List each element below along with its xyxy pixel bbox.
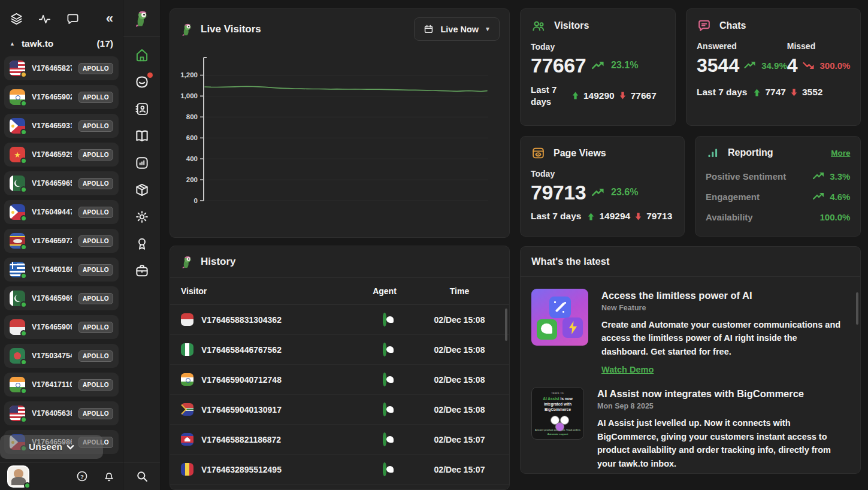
visitor-id: V176405638... [32, 409, 72, 418]
svg-text:200: 200 [186, 176, 198, 183]
svg-text:600: 600 [186, 134, 198, 141]
nav-rail [123, 0, 161, 490]
reporting-rows: Positive Sentiment 3.3% Engagement 4.6% … [706, 166, 850, 227]
visitor-list-item[interactable]: V176460160... APOLLO [4, 258, 119, 282]
visitor-id: V176465902... [32, 93, 72, 101]
col-visitor: Visitor [181, 286, 349, 296]
dashboard-main: Live Visitors Live Now ▼ 02004006008001,… [161, 0, 868, 490]
search-button[interactable] [134, 468, 150, 484]
gear-icon [134, 209, 150, 225]
arrow-down-icon [790, 88, 799, 97]
nav-business[interactable] [134, 263, 150, 279]
visitor-list: V176465827... APOLLO V176465902... APOLL… [0, 55, 123, 462]
reporting-row: Positive Sentiment 3.3% [706, 166, 850, 186]
nav-settings[interactable] [134, 209, 150, 225]
visitor-country-flag [181, 463, 193, 476]
collapse-sidebar-button[interactable]: « [106, 12, 113, 25]
property-name: tawk.to [22, 38, 53, 49]
chat-blob-icon [537, 319, 557, 340]
property-row[interactable]: ▲ tawk.to (17) [0, 37, 123, 55]
visitor-list-item[interactable]: V176465972... APOLLO [4, 229, 119, 253]
news-body: Create and Automate your customer commun… [601, 318, 846, 358]
thumb-header-text: tawk.to [552, 391, 564, 395]
history-table-row[interactable]: V1764658821186872 02/Dec 15:07 [170, 425, 509, 455]
history-visitor-id: V1764658446767562 [201, 345, 282, 355]
reporting-metric-label: Availability [706, 212, 753, 222]
history-table-row[interactable]: V1764658446767562 02/Dec 15:08 [170, 335, 509, 365]
scroll-to-unseen-button[interactable]: Unseen [0, 435, 103, 459]
history-scrollbar[interactable] [505, 308, 507, 341]
visitor-status-dot [20, 186, 27, 193]
history-table-row[interactable]: V1764658831304362 02/Dec 15:08 [170, 305, 509, 335]
svg-text:1,200: 1,200 [180, 71, 198, 78]
parrot-logo-icon [132, 9, 151, 28]
chats-title: Chats [719, 20, 746, 31]
contacts-icon [134, 101, 150, 117]
history-time: 02/Dec 15:07 [421, 465, 498, 474]
missed-value: 4 [787, 56, 798, 75]
visitor-tag-badge: APOLLO [78, 92, 113, 103]
visitor-list-item[interactable]: V176465909... APOLLO [4, 315, 119, 339]
history-table-row[interactable]: V1764632895512495 02/Dec 15:07 [170, 455, 509, 485]
watch-demo-link[interactable]: Watch Demo [601, 365, 654, 374]
news-item-bigcommerce[interactable]: tawk.to AI Assist is now integrated with… [521, 377, 860, 473]
missed-label: Missed [787, 41, 851, 51]
nav-apps[interactable] [134, 155, 150, 171]
date-range-dropdown[interactable]: Live Now ▼ [414, 17, 500, 41]
visitor-list-item[interactable]: V176465931... APOLLO [4, 114, 119, 138]
nav-inbox[interactable] [134, 74, 150, 90]
arrow-down-icon [618, 91, 627, 100]
today-label: Today [531, 169, 674, 179]
visitor-list-item[interactable]: V176465965... APOLLO [4, 171, 119, 195]
visitor-tag-badge: APOLLO [78, 235, 113, 247]
visitor-id: V176417110... [32, 380, 72, 389]
reporting-more-link[interactable]: More [831, 149, 850, 158]
visitor-list-item[interactable]: V176465902... APOLLO [4, 85, 119, 109]
nav-knowledge-base[interactable] [134, 128, 150, 144]
reporting-row: Availability 100.0% [706, 207, 850, 227]
nav-home-active[interactable] [134, 47, 150, 63]
nav-rewards[interactable] [134, 236, 150, 252]
tawk-logo[interactable] [123, 0, 160, 37]
nav-addons[interactable] [134, 182, 150, 198]
visitor-list-item[interactable]: V176417110... APOLLO [4, 373, 119, 397]
bell-icon[interactable] [102, 470, 116, 483]
latest-scrollbar[interactable] [856, 292, 858, 325]
agent-avatar [383, 373, 386, 386]
last7-label: Last 7 days [531, 84, 565, 107]
visitor-list-item[interactable]: V176405638... APOLLO [4, 401, 119, 425]
visitor-list-item[interactable]: V176465929... APOLLO [4, 143, 119, 167]
history-table-row[interactable]: V1764659040712748 02/Dec 15:08 [170, 365, 509, 395]
visitor-list-item[interactable]: V176465827... APOLLO [4, 56, 119, 80]
visitors-icon [531, 18, 546, 34]
reporting-metric-value: 100.0% [820, 212, 851, 222]
activity-icon[interactable] [38, 12, 52, 26]
answered-change: 34.9% [761, 61, 787, 71]
nav-contacts[interactable] [134, 101, 150, 117]
award-icon [134, 236, 150, 252]
layers-icon[interactable] [10, 12, 23, 26]
last7-label: Last 7 days [697, 87, 747, 98]
chats-last7-down: 3552 [802, 87, 822, 98]
help-icon[interactable]: ? [75, 470, 89, 483]
history-table-row[interactable]: V1764659040130917 02/Dec 15:08 [170, 395, 509, 425]
visitor-status-dot [20, 215, 27, 222]
visitor-tag-badge: APOLLO [78, 207, 113, 218]
user-avatar[interactable] [7, 465, 29, 488]
visitor-list-item[interactable]: V176049447... APOLLO [4, 200, 119, 224]
news-thumbnail-ai [531, 289, 588, 346]
reporting-metric-label: Positive Sentiment [706, 171, 786, 182]
trend-up-icon [592, 61, 605, 70]
visitor-list-item[interactable]: V176465969... APOLLO [4, 286, 119, 310]
search-icon [135, 469, 149, 483]
parrot-icon [180, 22, 194, 37]
agent-avatar [383, 343, 386, 356]
visitor-status-dot [20, 273, 27, 279]
visitor-country-flag [181, 343, 193, 356]
agent-avatar [383, 313, 386, 326]
news-item-ai[interactable]: Access the limitless power of AI New Fea… [521, 279, 860, 377]
visitor-id: V176465969... [32, 294, 72, 303]
inbox-icon [134, 74, 150, 90]
chat-bubble-icon[interactable] [66, 12, 80, 26]
visitor-list-item[interactable]: V175034754... APOLLO [4, 344, 119, 368]
